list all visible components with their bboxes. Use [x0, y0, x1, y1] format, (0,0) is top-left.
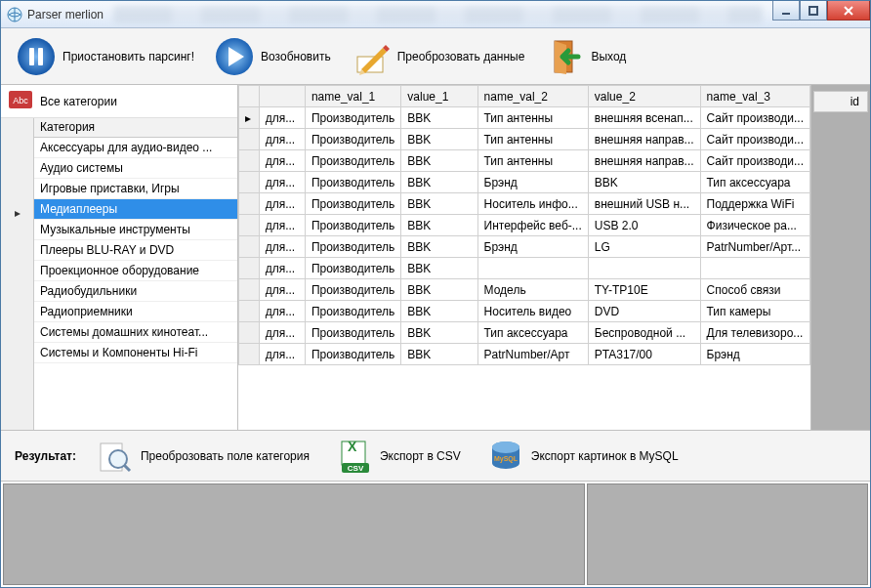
- grid-cell[interactable]: Производитель: [305, 322, 400, 344]
- grid-row[interactable]: для...ПроизводительBBKБрэндBBKТип аксесс…: [239, 172, 810, 193]
- grid-cell[interactable]: Брэнд: [477, 236, 588, 258]
- grid-row[interactable]: ▸для...ПроизводительBBKТип антеннывнешня…: [239, 107, 810, 129]
- grid-cell[interactable]: BBK: [401, 301, 477, 322]
- grid-cell[interactable]: BBK: [588, 172, 700, 193]
- grid-row[interactable]: для...ПроизводительBBKИнтерфейс веб-...U…: [239, 215, 810, 236]
- category-row[interactable]: Радиоприемники: [34, 302, 237, 322]
- grid-cell[interactable]: Тип антенны: [477, 107, 588, 129]
- category-row[interactable]: Музыкальные инструменты: [34, 220, 237, 240]
- grid-cell[interactable]: PatrNumber/Арт: [477, 344, 588, 365]
- grid-cell[interactable]: BBK: [401, 193, 477, 215]
- grid-cell[interactable]: Носитель инфо...: [477, 193, 588, 215]
- grid-cell[interactable]: BBK: [401, 172, 477, 193]
- grid-cell[interactable]: для...: [259, 258, 305, 279]
- grid-cell[interactable]: Брэнд: [477, 172, 588, 193]
- grid-cell[interactable]: BBK: [401, 236, 477, 258]
- grid-cell[interactable]: Носитель видео: [477, 301, 588, 322]
- grid-cell[interactable]: TY-TP10E: [588, 279, 700, 301]
- grid-cell[interactable]: для...: [259, 129, 305, 150]
- pause-parsing-button[interactable]: Приостановить парсинг!: [7, 31, 203, 82]
- grid-cell[interactable]: для...: [259, 215, 305, 236]
- grid-row[interactable]: для...ПроизводительBBKБрэндLGPatrNumber/…: [239, 236, 810, 258]
- grid-cell[interactable]: внешняя всенап...: [588, 107, 700, 129]
- category-column-header[interactable]: Категория: [34, 118, 237, 138]
- grid-cell[interactable]: Производитель: [305, 301, 400, 322]
- grid-cell[interactable]: Интерфейс веб-...: [477, 215, 588, 236]
- export-csv-button[interactable]: XCSV Экспорт в CSV: [329, 435, 467, 478]
- grid-cell[interactable]: Брэнд: [700, 344, 809, 365]
- output-panel-left[interactable]: [3, 483, 585, 585]
- grid-cell[interactable]: BBK: [401, 279, 477, 301]
- grid-cell[interactable]: BBK: [401, 344, 477, 365]
- grid-cell[interactable]: для...: [259, 322, 305, 344]
- grid-cell[interactable]: Производитель: [305, 150, 400, 172]
- grid-row[interactable]: для...ПроизводительBBKНоситель инфо...вн…: [239, 193, 810, 215]
- grid-row[interactable]: для...ПроизводительBBKPatrNumber/АртPTA3…: [239, 344, 810, 365]
- grid-cell[interactable]: Поддержка WiFi: [700, 193, 809, 215]
- grid-cell[interactable]: Сайт производи...: [700, 129, 809, 150]
- grid-cell[interactable]: BBK: [401, 107, 477, 129]
- grid-row[interactable]: для...ПроизводительBBKТип антеннывнешняя…: [239, 150, 810, 172]
- grid-column-header[interactable]: name_val_2: [477, 86, 588, 107]
- category-row[interactable]: Аудио системы: [34, 158, 237, 179]
- grid-cell[interactable]: Тип аксессуара: [477, 322, 588, 344]
- resume-button[interactable]: Возобновить: [205, 31, 340, 82]
- grid-cell[interactable]: BBK: [401, 215, 477, 236]
- grid-cell[interactable]: для...: [259, 107, 305, 129]
- grid-cell[interactable]: внешняя направ...: [588, 150, 700, 172]
- grid-cell[interactable]: DVD: [588, 301, 700, 322]
- grid-cell[interactable]: Производитель: [305, 236, 400, 258]
- grid-cell[interactable]: для...: [259, 172, 305, 193]
- grid-cell[interactable]: Сайт производи...: [700, 150, 809, 172]
- transform-data-button[interactable]: Преоброзовать данные: [342, 31, 534, 82]
- category-row[interactable]: Плееры BLU-RAY и DVD: [34, 240, 237, 261]
- grid-cell[interactable]: для...: [259, 150, 305, 172]
- close-button[interactable]: [827, 1, 870, 21]
- category-row[interactable]: Медиаплееры: [34, 199, 237, 220]
- grid-row[interactable]: для...ПроизводительBBK: [239, 258, 810, 279]
- output-panel-right[interactable]: [587, 483, 868, 585]
- category-list[interactable]: Категория Аксессуары для аудио-видео ...…: [34, 118, 237, 430]
- grid-cell[interactable]: PatrNumber/Арт...: [700, 236, 809, 258]
- grid-cell[interactable]: Сайт производи...: [700, 107, 809, 129]
- minimize-button[interactable]: [772, 1, 800, 21]
- grid-cell[interactable]: BBK: [401, 258, 477, 279]
- category-row[interactable]: Системы и Компоненты Hi-Fi: [34, 343, 237, 363]
- category-row[interactable]: Проекционное оборудование: [34, 261, 237, 281]
- grid-cell[interactable]: Физическое ра...: [700, 215, 809, 236]
- grid-cell[interactable]: Производитель: [305, 279, 400, 301]
- category-row[interactable]: Радиобудильники: [34, 281, 237, 302]
- category-row[interactable]: Системы домашних кинотеат...: [34, 322, 237, 343]
- data-grid[interactable]: name_val_1value_1name_val_2value_2name_v…: [238, 85, 810, 430]
- grid-cell[interactable]: для...: [259, 236, 305, 258]
- grid-column-header[interactable]: value_1: [401, 86, 477, 107]
- grid-row[interactable]: для...ПроизводительBBKМодельTY-TP10EСпос…: [239, 279, 810, 301]
- grid-cell[interactable]: для...: [259, 279, 305, 301]
- grid-row[interactable]: для...ПроизводительBBKТип аксессуараБесп…: [239, 322, 810, 344]
- grid-cell[interactable]: Производитель: [305, 344, 400, 365]
- grid-cell[interactable]: Производитель: [305, 107, 400, 129]
- grid-cell[interactable]: PTA317/00: [588, 344, 700, 365]
- grid-row[interactable]: для...ПроизводительBBKНоситель видеоDVDТ…: [239, 301, 810, 322]
- grid-cell[interactable]: Производитель: [305, 215, 400, 236]
- grid-cell[interactable]: Модель: [477, 279, 588, 301]
- grid-column-header[interactable]: value_2: [588, 86, 700, 107]
- grid-cell[interactable]: Тип аксессуара: [700, 172, 809, 193]
- grid-cell[interactable]: для...: [259, 344, 305, 365]
- grid-cell[interactable]: внешний USB н...: [588, 193, 700, 215]
- grid-cell[interactable]: BBK: [401, 322, 477, 344]
- grid-cell[interactable]: Беспроводной ...: [588, 322, 700, 344]
- exit-button[interactable]: Выход: [535, 31, 635, 82]
- grid-cell[interactable]: BBK: [401, 150, 477, 172]
- export-mysql-button[interactable]: MySQL Экспорт картинок в MySQL: [480, 435, 684, 478]
- grid-cell[interactable]: Производитель: [305, 172, 400, 193]
- grid-cell[interactable]: Тип антенны: [477, 129, 588, 150]
- category-row[interactable]: Игровые приставки, Игры: [34, 179, 237, 199]
- grid-cell[interactable]: Способ связи: [700, 279, 809, 301]
- transform-field-button[interactable]: Преоброзовать поле категория: [90, 435, 315, 478]
- maximize-button[interactable]: [800, 1, 827, 21]
- grid-cell[interactable]: Тип антенны: [477, 150, 588, 172]
- grid-column-header[interactable]: name_val_1: [305, 86, 400, 107]
- grid-row[interactable]: для...ПроизводительBBKТип антеннывнешняя…: [239, 129, 810, 150]
- id-column-header[interactable]: id: [813, 91, 868, 112]
